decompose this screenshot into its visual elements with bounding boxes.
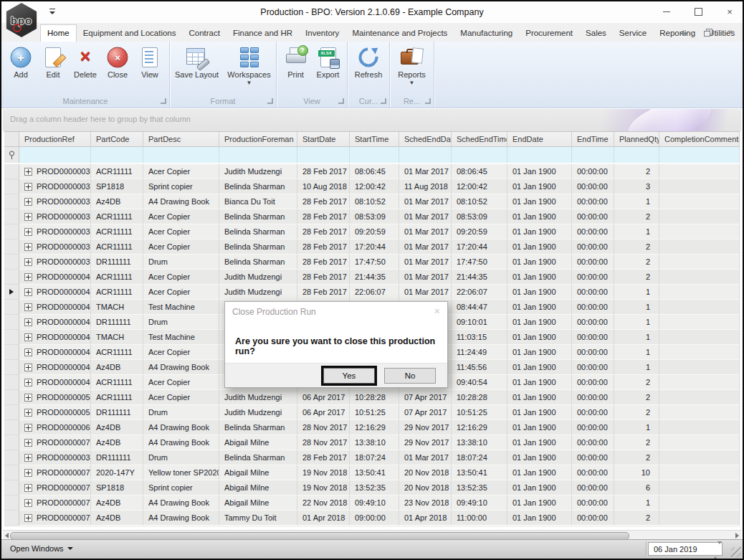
- filter-cell-schedendtime[interactable]: [452, 147, 507, 163]
- table-row[interactable]: PROD00000033Az4DBA4 Drawing BookBianca D…: [4, 194, 740, 209]
- grid-cell[interactable]: SP1818: [91, 179, 143, 194]
- grid-cell[interactable]: 28 Nov 2017: [297, 435, 350, 450]
- grid-cell[interactable]: ACR11111: [91, 390, 143, 405]
- grid-cell[interactable]: 09:49:10: [350, 495, 399, 511]
- grid-cell[interactable]: 29 Nov 2017: [399, 420, 452, 435]
- grid-cell[interactable]: 11 Aug 2018: [399, 179, 452, 194]
- grid-cell[interactable]: A4 Drawing Book: [143, 360, 219, 375]
- table-row[interactable]: PROD00000038DR111111DrumBelinda Sharman2…: [4, 450, 740, 465]
- grid-cell[interactable]: PROD00000073: [19, 511, 91, 526]
- grid-cell[interactable]: Judith Mudzengi: [219, 164, 297, 179]
- grid-cell[interactable]: 01 Jan 1900: [507, 435, 572, 450]
- grid-cell[interactable]: 01 Jan 1900: [507, 300, 572, 315]
- ribbon-minimize-icon[interactable]: [679, 28, 690, 37]
- grid-cell[interactable]: Drum: [143, 255, 219, 270]
- grid-cell[interactable]: 10:28:28: [350, 390, 399, 405]
- grid-cell[interactable]: Judith Mudzengi: [219, 270, 297, 285]
- grid-cell[interactable]: 00:00:00: [572, 209, 614, 224]
- grid-cell[interactable]: 13:52:35: [452, 480, 507, 495]
- grid-cell[interactable]: 00:00:00: [572, 239, 614, 255]
- tab-equipment-and-locations[interactable]: Equipment and Locations: [77, 25, 183, 42]
- grid-cell[interactable]: DR111111: [91, 255, 143, 270]
- table-row[interactable]: PROD00000077Az4DBA4 Drawing BookAbigail …: [4, 495, 740, 511]
- tab-sales[interactable]: Sales: [579, 25, 613, 42]
- grid-cell[interactable]: 01 Jan 1900: [507, 209, 572, 224]
- grid-cell[interactable]: SP1818: [91, 480, 143, 495]
- expand-row-icon[interactable]: [24, 499, 32, 507]
- grid-cell[interactable]: 17:20:44: [452, 239, 507, 255]
- column-header-startdate[interactable]: StartDate: [297, 132, 350, 147]
- grid-cell[interactable]: Belinda Sharman: [219, 450, 297, 465]
- grid-cell[interactable]: 13:50:41: [350, 465, 399, 480]
- grid-cell[interactable]: 29 Nov 2017: [399, 435, 452, 450]
- grid-cell[interactable]: 00:00:00: [572, 375, 614, 390]
- grid-cell[interactable]: A4 Drawing Book: [143, 420, 219, 435]
- grid-cell[interactable]: 13:52:35: [350, 480, 399, 495]
- grid-cell[interactable]: 01 Jan 1900: [507, 345, 572, 360]
- grid-cell[interactable]: 10:51:25: [452, 405, 507, 420]
- grid-cell[interactable]: 01 Jan 1900: [507, 450, 572, 465]
- grid-cell[interactable]: PROD00000052: [19, 405, 91, 420]
- grid-cell[interactable]: 2: [614, 450, 659, 465]
- grid-cell[interactable]: Belinda Sharman: [219, 179, 297, 194]
- grid-cell[interactable]: 08:53:09: [350, 209, 399, 224]
- dialog-launcher-icon[interactable]: [381, 98, 386, 104]
- no-button[interactable]: No: [384, 368, 436, 384]
- grid-cell[interactable]: 23 Nov 2018: [399, 495, 452, 511]
- column-header-productionref[interactable]: ProductionRef: [19, 132, 91, 147]
- grid-cell[interactable]: 28 Feb 2017: [297, 255, 350, 270]
- grid-cell[interactable]: 00:00:00: [572, 480, 614, 495]
- grid-cell[interactable]: Judith Mudzengi: [219, 390, 297, 405]
- grid-cell[interactable]: PROD00000038: [19, 450, 91, 465]
- grid-cell[interactable]: 01 Mar 2017: [399, 164, 452, 179]
- grid-cell[interactable]: 08:44:47: [452, 300, 507, 315]
- grid-cell[interactable]: Belinda Sharman: [219, 420, 297, 435]
- filter-cell-partcode[interactable]: [91, 147, 143, 163]
- grid-cell[interactable]: 01 Jan 1900: [507, 465, 572, 480]
- expand-row-icon[interactable]: [24, 228, 32, 236]
- grid-cell[interactable]: 09:49:10: [452, 495, 507, 511]
- grid-cell[interactable]: 28 Feb 2017: [297, 285, 350, 300]
- grid-cell[interactable]: 06 Apr 2017: [297, 405, 350, 420]
- filter-cell-productionforeman[interactable]: [219, 147, 297, 163]
- grid-cell[interactable]: 01 Jan 1900: [507, 375, 572, 390]
- grid-cell[interactable]: 10 Aug 2018: [297, 179, 350, 194]
- grid-cell[interactable]: Az4DB: [91, 360, 143, 375]
- grid-cell[interactable]: Acer Copier: [143, 209, 219, 224]
- grid-cell[interactable]: 12:00:42: [452, 179, 507, 194]
- grid-cell[interactable]: 12:00:42: [350, 179, 399, 194]
- grid-cell[interactable]: 01 Mar 2017: [399, 270, 452, 285]
- grid-cell[interactable]: 01 Jan 1900: [507, 285, 572, 300]
- scroll-left-icon[interactable]: [5, 533, 9, 538]
- expand-row-icon[interactable]: [24, 273, 32, 281]
- yes-button[interactable]: Yes: [323, 368, 375, 384]
- grid-cell[interactable]: PROD00000042: [19, 300, 91, 315]
- table-row[interactable]: PROD00000052DR111111DrumJudith Mudzengi0…: [4, 405, 740, 420]
- grid-cell[interactable]: 09:20:59: [350, 224, 399, 239]
- grid-cell[interactable]: 13:38:10: [452, 435, 507, 450]
- grid-cell[interactable]: PROD00000043: [19, 315, 91, 330]
- grid-cell[interactable]: 2: [614, 511, 659, 526]
- grid-cell[interactable]: Belinda Sharman: [219, 209, 297, 224]
- grid-cell[interactable]: 01 Mar 2017: [399, 224, 452, 239]
- refresh-button[interactable]: Refresh: [348, 44, 389, 79]
- grid-cell[interactable]: 18:07:24: [350, 450, 399, 465]
- grid-cell[interactable]: Abigail Milne: [219, 465, 297, 480]
- expand-row-icon[interactable]: [24, 439, 32, 447]
- grid-cell[interactable]: [659, 390, 740, 405]
- grid-cell[interactable]: 09:20:59: [452, 224, 507, 239]
- grid-cell[interactable]: 17:47:50: [350, 255, 399, 270]
- grid-cell[interactable]: 07 Apr 2017: [399, 405, 452, 420]
- grid-cell[interactable]: 01 Apr 2018: [297, 511, 350, 526]
- grid-cell[interactable]: 00:00:00: [572, 435, 614, 450]
- column-header-endtime[interactable]: EndTime: [572, 132, 614, 147]
- grid-cell[interactable]: A4 Drawing Book: [143, 194, 219, 209]
- close-button[interactable]: ×Close: [102, 44, 133, 79]
- grid-cell[interactable]: [659, 179, 740, 194]
- column-header-schedendtime[interactable]: SchedEndTime: [452, 132, 507, 147]
- grid-cell[interactable]: 00:00:00: [572, 300, 614, 315]
- grid-cell[interactable]: 28 Feb 2017: [297, 164, 350, 179]
- grid-cell[interactable]: 28 Feb 2017: [297, 270, 350, 285]
- grid-cell[interactable]: DR111111: [91, 405, 143, 420]
- grid-cell[interactable]: 19 Nov 2018: [297, 465, 350, 480]
